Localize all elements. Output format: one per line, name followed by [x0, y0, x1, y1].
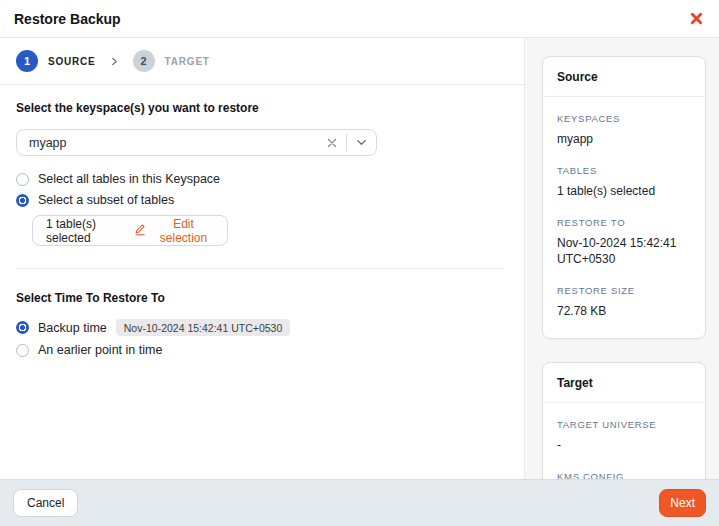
time-section-label: Select Time To Restore To — [16, 291, 508, 305]
table-selection-summary-box: 1 table(s) selected Edit selection — [32, 215, 228, 246]
modal-body: 1 SOURCE 2 TARGET Select the keyspace(s)… — [0, 38, 719, 479]
field-kms-config: KMS CONFIG - — [557, 471, 691, 479]
keyspace-select[interactable]: myapp — [16, 129, 377, 156]
chevron-right-icon — [110, 57, 119, 66]
keyspace-section-label: Select the keyspace(s) you want to resto… — [16, 101, 508, 115]
field-restore-size-value: 72.78 KB — [557, 303, 691, 320]
radio-earlier-point-label: An earlier point in time — [38, 343, 162, 357]
radio-all-tables-label: Select all tables in this Keyspace — [38, 172, 220, 186]
stepper: 1 SOURCE 2 TARGET — [0, 38, 524, 85]
selection-count: 1 table(s) selected — [46, 217, 133, 245]
step-target[interactable]: 2 TARGET — [133, 50, 210, 72]
main-pane: 1 SOURCE 2 TARGET Select the keyspace(s)… — [0, 38, 525, 479]
chevron-down-icon[interactable] — [347, 137, 376, 148]
target-summary-card: Target TARGET UNIVERSE - KMS CONFIG - — [542, 362, 706, 479]
radio-backup-time-label: Backup time — [38, 321, 107, 335]
field-target-universe: TARGET UNIVERSE - — [557, 419, 691, 454]
modal-header: Restore Backup — [0, 0, 719, 38]
keyspace-select-value: myapp — [17, 136, 318, 150]
radio-subset-tables[interactable]: Select a subset of tables — [16, 193, 508, 207]
modal-footer: Cancel Next — [0, 479, 719, 526]
edit-selection-button[interactable]: Edit selection — [133, 217, 214, 245]
summary-sidebar: Source KEYSPACES myapp TABLES 1 table(s)… — [525, 38, 719, 479]
field-restore-to-label: RESTORE TO — [557, 217, 691, 228]
edit-selection-label: Edit selection — [153, 217, 214, 245]
field-tables-label: TABLES — [557, 165, 691, 176]
restore-backup-modal: Restore Backup 1 SOURCE 2 TARGET — [0, 0, 719, 526]
source-step-content: Select the keyspace(s) you want to resto… — [0, 85, 524, 479]
close-icon — [690, 12, 703, 25]
source-summary-card: Source KEYSPACES myapp TABLES 1 table(s)… — [542, 56, 706, 339]
field-restore-size: RESTORE SIZE 72.78 KB — [557, 285, 691, 320]
field-restore-to: RESTORE TO Nov-10-2024 15:42:41 UTC+0530 — [557, 217, 691, 269]
field-restore-size-label: RESTORE SIZE — [557, 285, 691, 296]
radio-all-tables[interactable]: Select all tables in this Keyspace — [16, 172, 508, 186]
field-restore-to-value: Nov-10-2024 15:42:41 UTC+0530 — [557, 235, 691, 269]
radio-all-tables-circle[interactable] — [16, 173, 29, 186]
field-keyspaces-value: myapp — [557, 131, 691, 148]
target-card-body: TARGET UNIVERSE - KMS CONFIG - — [543, 403, 705, 479]
source-card-title: Source — [543, 57, 705, 97]
field-tables: TABLES 1 table(s) selected — [557, 165, 691, 200]
field-keyspaces-label: KEYSPACES — [557, 113, 691, 124]
step-source[interactable]: 1 SOURCE — [16, 50, 96, 72]
step-source-label: SOURCE — [48, 56, 96, 67]
radio-earlier-point[interactable]: An earlier point in time — [16, 343, 508, 357]
radio-earlier-point-circle[interactable] — [16, 344, 29, 357]
step-target-number: 2 — [133, 50, 155, 72]
step-target-label: TARGET — [165, 56, 210, 67]
radio-subset-tables-label: Select a subset of tables — [38, 193, 174, 207]
clear-icon[interactable] — [318, 138, 346, 148]
field-kms-config-label: KMS CONFIG — [557, 471, 691, 479]
pencil-icon — [133, 222, 147, 239]
next-button[interactable]: Next — [659, 489, 706, 517]
target-card-title: Target — [543, 363, 705, 403]
field-keyspaces: KEYSPACES myapp — [557, 113, 691, 148]
radio-backup-time[interactable]: Backup time Nov-10-2024 15:42:41 UTC+053… — [16, 319, 508, 336]
close-button[interactable] — [688, 10, 705, 27]
field-tables-value: 1 table(s) selected — [557, 183, 691, 200]
cancel-button[interactable]: Cancel — [13, 489, 78, 517]
section-divider — [16, 268, 503, 269]
modal-title: Restore Backup — [14, 11, 121, 27]
field-target-universe-value: - — [557, 437, 691, 454]
backup-time-badge: Nov-10-2024 15:42:41 UTC+0530 — [116, 319, 290, 336]
radio-subset-tables-circle[interactable] — [16, 194, 29, 207]
field-target-universe-label: TARGET UNIVERSE — [557, 419, 691, 430]
source-card-body: KEYSPACES myapp TABLES 1 table(s) select… — [543, 97, 705, 338]
step-source-number: 1 — [16, 50, 38, 72]
radio-backup-time-circle[interactable] — [16, 321, 29, 334]
